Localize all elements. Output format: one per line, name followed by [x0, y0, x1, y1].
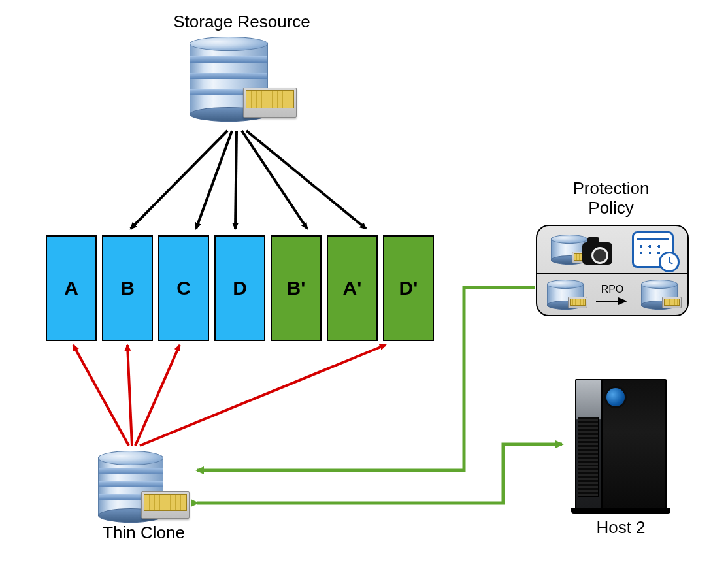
diagram-stage: { "labels": { "storage_resource": "Stora… — [0, 0, 728, 588]
svg-line-7 — [127, 345, 132, 446]
thin-clone-icon — [98, 451, 190, 516]
storage-resource-label: Storage Resource — [144, 12, 340, 32]
block-b-prime: B' — [271, 235, 322, 341]
storage-resource-icon — [190, 37, 288, 115]
snapshot-blocks: A B C D B' A' D' — [46, 235, 434, 341]
svg-line-3 — [235, 131, 237, 229]
protection-policy-line1: Protection — [572, 178, 649, 198]
black-arrows-storage-to-blocks — [131, 131, 366, 229]
block-a: A — [46, 235, 97, 341]
host2-icon — [569, 379, 673, 510]
camera-icon — [582, 242, 612, 265]
protection-policy-line2: Policy — [588, 198, 633, 218]
rpo-label: RPO — [601, 284, 624, 295]
red-arrows-thinclone-to-blocks — [73, 345, 386, 446]
rpo-arrow-icon — [595, 297, 630, 306]
host2-label: Host 2 — [569, 517, 673, 538]
mini-db-icon-right — [641, 280, 678, 310]
thin-clone-label: Thin Clone — [78, 523, 209, 543]
block-b: B — [102, 235, 153, 341]
calendar-clock-icon — [632, 231, 674, 268]
block-a-prime: A' — [327, 235, 378, 341]
block-d: D — [214, 235, 265, 341]
svg-line-9 — [140, 345, 386, 446]
svg-line-2 — [196, 131, 232, 229]
svg-line-1 — [131, 131, 227, 229]
svg-line-8 — [135, 345, 180, 446]
svg-line-5 — [246, 131, 366, 229]
protection-policy-widget: RPO — [536, 225, 689, 316]
svg-line-6 — [73, 345, 129, 446]
protection-policy-label: Protection Policy — [536, 179, 686, 218]
block-c: C — [158, 235, 209, 341]
svg-line-4 — [242, 131, 307, 229]
mini-db-icon-left — [547, 280, 584, 310]
block-d-prime: D' — [383, 235, 434, 341]
green-connector-host2-thinclone — [197, 444, 562, 503]
